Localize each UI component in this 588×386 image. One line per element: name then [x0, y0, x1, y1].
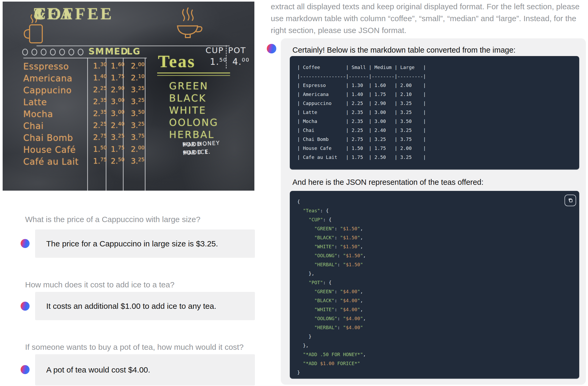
pot-label: POT [226, 45, 248, 55]
chalk-circle [31, 49, 37, 56]
markdown-table-line: | House Cafe | 1.50 | 1.75 | 2.00 | [297, 144, 579, 153]
coffee-price-medium: 2.40 [106, 121, 123, 130]
tea-varieties-list: GREENBLACKWHITEOOLONGHERBAL [169, 80, 218, 141]
json-code-line: } [297, 368, 579, 377]
coffee-price-large: 3.50 [126, 109, 143, 118]
markdown-table-line: | Americana | 1.40 | 1.75 | 2.10 | [297, 90, 579, 99]
tea-variety: OOLONG [169, 117, 218, 129]
json-code-line: } [297, 332, 579, 341]
copy-icon [567, 197, 573, 204]
answer-2-text: It costs an additional $1.00 to add ice … [46, 302, 216, 311]
coffee-name: Mocha [23, 109, 53, 119]
tea-cup-icon [172, 7, 205, 43]
coffee-price-small: 2.25 [88, 121, 105, 130]
coffee-price-small: 2.35 [88, 109, 105, 118]
board-title-tea: TEA [34, 4, 74, 24]
json-code-line: "*ADD .50 FOR HONEY*", [297, 350, 579, 359]
answer-bubble-1: The price for a Cappuccino in large size… [35, 229, 255, 258]
board-note: ✳ADD .50 FOR HONEY [182, 142, 183, 150]
size-header-med: MED [105, 46, 123, 57]
cup-pot-divider [226, 45, 227, 68]
markdown-table-line: | Chai Bomb | 2.75 | 3.25 | 3.75 | [297, 135, 579, 144]
coffee-name: Cappucino [23, 85, 72, 95]
tea-variety: GREEN [169, 80, 218, 93]
json-code-line: }, [297, 269, 579, 278]
json-intro: And here is the JSON representation of t… [292, 178, 483, 187]
question-2: How much does it cost to add ice to a te… [25, 280, 263, 289]
coffee-row: House Café 1.50 1.75 2.00 [23, 145, 147, 157]
board-note: ✳ADD 1.00 FOR ICE [183, 150, 183, 158]
coffee-price-medium: 1.60 [106, 61, 123, 70]
markdown-table-line: | Coffee | Small | Medium | Large | [297, 63, 579, 72]
coffee-price-medium: 3.00 [106, 109, 123, 118]
board-notes: ✳ADD .50 FOR HONEY ✳ADD 1.00 FOR ICE [182, 142, 183, 158]
pot-price: 4.00 [226, 57, 248, 67]
copy-button[interactable] [564, 195, 576, 206]
coffee-row: Esspresso 1.30 1.60 2.00 [23, 61, 147, 73]
tea-variety: HERBAL [169, 129, 218, 141]
chalk-circle [50, 49, 56, 56]
size-header-sm: SM [87, 46, 106, 57]
coffee-price-large: 2.00 [126, 145, 143, 154]
cup-label: CUP [203, 45, 226, 55]
question-3: If someone wants to buy a pot of tea, ho… [25, 343, 263, 352]
chalk-circles-row [22, 49, 83, 56]
chalkboard-menu-photo: COFFEE & TEA SM MED LG Esspresso 1.30 1.… [3, 2, 254, 191]
assistant-avatar [21, 302, 30, 311]
markdown-table-line: |----------------|-------|--------|-----… [297, 72, 579, 81]
chalk-circle [78, 49, 83, 56]
json-code-line: "GREEN": "$4.00", [297, 287, 579, 296]
tea-variety: BLACK [169, 93, 218, 105]
json-code-line: "*ADD $1.00 FORICE*" [297, 359, 579, 368]
response-intro: Certainly! Below is the markdown table c… [292, 46, 516, 54]
coffee-row: Americana 1.40 1.75 2.10 [23, 73, 147, 85]
answer-1-text: The price for a Cappuccino in large size… [46, 239, 218, 248]
coffee-price-medium: 2.50 [106, 157, 123, 166]
markdown-table-line: | Espresso | 1.30 | 1.60 | 2.00 | [297, 81, 579, 90]
chalk-rule-under-headers [23, 58, 147, 58]
coffee-price-small: 2.35 [88, 97, 105, 106]
tea-variety: WHITE [169, 105, 218, 117]
coffee-row: Chai Bomb 2.75 3.25 3.75 [23, 133, 147, 145]
coffee-name: Esspresso [23, 61, 69, 72]
coffee-name: Latte [23, 97, 47, 107]
markdown-table-line: | Chai | 2.25 | 2.40 | 3.25 | [297, 126, 579, 135]
json-code-line: "HERBAL": "$1.50" [297, 260, 579, 269]
coffee-price-medium: 1.75 [106, 73, 123, 82]
coffee-price-small: 1.40 [88, 73, 105, 82]
coffee-price-large: 3.75 [126, 133, 143, 142]
assistant-avatar [21, 239, 30, 248]
markdown-table-code-block: | Coffee | Small | Medium | Large ||----… [290, 56, 579, 170]
coffee-price-small: 2.75 [88, 133, 105, 142]
json-code-line: "CUP": { [297, 215, 579, 224]
user-prompt-text: extract all displayed texts and keep ori… [271, 1, 587, 36]
cup-price: 1.50 [203, 57, 226, 67]
coffee-price-small: 2.25 [88, 85, 105, 94]
json-code-line: "Teas": { [297, 206, 579, 215]
coffee-price-large: 3.25 [126, 157, 143, 166]
json-code-line: { [297, 197, 579, 206]
coffee-price-large: 2.10 [126, 73, 143, 82]
coffee-price-small: 1.50 [88, 145, 105, 154]
coffee-row: Latte 2.35 3.00 3.25 [23, 97, 147, 109]
json-code-line: "HERBAL": "$4.00" [297, 323, 579, 332]
coffee-price-large: 3.25 [126, 85, 143, 94]
json-code-line: }, [297, 341, 579, 350]
json-code-line: "GREEN": "$1.50", [297, 224, 579, 233]
assistant-avatar [21, 365, 30, 374]
coffee-name: Chai [23, 121, 44, 131]
coffee-price-medium: 3.00 [106, 97, 123, 106]
answer-3-text: A pot of tea would cost $4.00. [46, 365, 150, 374]
coffee-price-medium: 2.90 [106, 85, 123, 94]
json-code-line: "POT": { [297, 278, 579, 287]
coffee-name: Americana [23, 73, 72, 84]
coffee-price-small: 1.75 [88, 157, 105, 166]
coffee-price-large: 3.25 [126, 121, 143, 130]
markdown-table-line: | Cappuccino | 2.25 | 2.90 | 3.25 | [297, 99, 579, 108]
coffee-price-medium: 3.25 [106, 133, 123, 142]
chalk-circle [41, 49, 46, 56]
chalk-circle [59, 49, 65, 56]
coffee-price-small: 1.30 [88, 61, 105, 70]
answer-bubble-3: A pot of tea would cost $4.00. [35, 354, 255, 385]
chalk-circle [22, 49, 28, 56]
